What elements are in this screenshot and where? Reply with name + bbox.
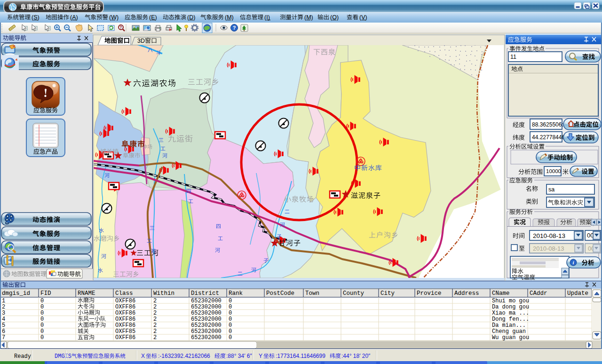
svg-text:2: 2 — [153, 322, 157, 329]
svg-text:652302000: 652302000 — [191, 328, 222, 335]
svg-text:652302000: 652302000 — [191, 316, 222, 323]
svg-text:Wu guan gou: Wu guan gou — [492, 334, 529, 341]
svg-text:OXFF85: OXFF85 — [115, 328, 135, 335]
svg-text:2: 2 — [153, 310, 157, 317]
svg-text:4: 4 — [2, 316, 5, 323]
svg-text:Dong fen...: Dong fen... — [492, 316, 529, 323]
svg-text:Within: Within — [153, 290, 174, 297]
svg-text:6: 6 — [2, 328, 5, 335]
svg-text:Town: Town — [305, 290, 319, 297]
svg-text:Da dong gou: Da dong gou — [492, 304, 529, 310]
svg-text:(O): (O) — [330, 14, 339, 21]
svg-text:2010-08-13: 2010-08-13 — [533, 245, 564, 252]
svg-text:X: X — [141, 353, 145, 359]
svg-text:Da mian...: Da mian... — [492, 322, 526, 329]
svg-text:CAddr: CAddr — [530, 290, 547, 297]
svg-text:652302000: 652302000 — [191, 310, 222, 317]
svg-text:?: ? — [119, 25, 122, 30]
svg-text:00: 00 — [587, 232, 594, 239]
svg-text:Cheng guan: Cheng guan — [492, 328, 526, 335]
svg-text:10000: 10000 — [546, 168, 561, 174]
svg-text:Rank: Rank — [229, 290, 243, 297]
svg-text:RNAME: RNAME — [78, 290, 95, 297]
svg-text:OXFF86: OXFF86 — [115, 322, 135, 329]
svg-text:OXFF86: OXFF86 — [115, 316, 135, 323]
svg-text:3D: 3D — [137, 38, 145, 44]
svg-text:dmgis_id: dmgis_id — [2, 290, 30, 297]
svg-text:0: 0 — [229, 328, 232, 335]
svg-text:Xiao ma ...: Xiao ma ... — [492, 310, 529, 317]
svg-text:652302000: 652302000 — [191, 298, 222, 304]
svg-text:11: 11 — [510, 54, 516, 60]
svg-text:2: 2 — [153, 328, 157, 335]
svg-text:County: County — [343, 290, 364, 297]
svg-text:sa: sa — [548, 186, 554, 193]
svg-text:2: 2 — [153, 334, 157, 341]
svg-text:0: 0 — [229, 334, 232, 341]
svg-text:PostCode: PostCode — [266, 290, 294, 297]
svg-text:DMGIS: DMGIS — [55, 353, 71, 360]
svg-text:(M): (M) — [225, 14, 234, 21]
svg-text:0: 0 — [40, 304, 44, 310]
svg-text:(W): (W) — [109, 14, 119, 21]
svg-text:5: 5 — [2, 322, 5, 329]
svg-text:(V): (V) — [359, 14, 367, 21]
svg-text:FID: FID — [40, 290, 51, 297]
svg-text::-1632392.42162066: :-1632392.42162066 — [158, 353, 210, 359]
svg-text:652302000: 652302000 — [191, 322, 222, 329]
svg-text:(M): (M) — [304, 14, 313, 21]
svg-text:District: District — [191, 290, 219, 297]
svg-text:2010-08-13: 2010-08-13 — [533, 232, 565, 239]
svg-text:652302000: 652302000 — [191, 334, 222, 341]
svg-text:0: 0 — [229, 316, 232, 323]
svg-text:2: 2 — [153, 316, 157, 323]
svg-text:City: City — [380, 290, 395, 297]
svg-text:0: 0 — [40, 334, 44, 341]
svg-text:Address: Address — [454, 290, 479, 297]
svg-text:2: 2 — [153, 298, 157, 304]
svg-text:7: 7 — [2, 334, 5, 341]
svg-text:OXFF86: OXFF86 — [115, 304, 135, 310]
svg-text:0: 0 — [229, 304, 232, 310]
svg-text:0: 0 — [229, 310, 232, 317]
svg-text:652302000: 652302000 — [191, 304, 222, 310]
svg-text:0: 0 — [40, 316, 44, 323]
svg-text:3: 3 — [2, 310, 5, 317]
svg-text:CName: CName — [492, 290, 510, 297]
svg-text:(E): (E) — [149, 14, 157, 21]
svg-text::1773164.11646699: :1773164.11646699 — [276, 353, 325, 359]
svg-text:Ready: Ready — [14, 353, 31, 360]
svg-text:0: 0 — [229, 298, 232, 304]
svg-text:0: 0 — [40, 310, 44, 317]
svg-text:Shui mo gou: Shui mo gou — [492, 298, 529, 304]
svg-text:?: ? — [233, 25, 236, 31]
svg-text::88° 34′ 6″: :88° 34′ 6″ — [226, 353, 252, 359]
svg-text:0: 0 — [40, 322, 44, 329]
svg-text:Update: Update — [567, 290, 588, 297]
svg-text:2: 2 — [2, 304, 5, 310]
svg-text:0: 0 — [40, 328, 44, 335]
svg-text:(D): (D) — [187, 14, 195, 21]
svg-text:Provice: Provice — [417, 290, 442, 297]
svg-text:0: 0 — [229, 322, 232, 329]
svg-text:1: 1 — [2, 298, 5, 304]
svg-text:(I): (I) — [264, 14, 270, 21]
svg-text:0: 0 — [40, 298, 44, 304]
svg-text:(S): (S) — [32, 14, 40, 21]
svg-text:Y: Y — [259, 353, 262, 359]
svg-text:2: 2 — [153, 304, 157, 310]
svg-text:OXFF86: OXFF86 — [115, 298, 135, 304]
svg-text:88.3625506:: 88.3625506: — [532, 121, 563, 128]
svg-text:Class: Class — [115, 290, 133, 297]
svg-text:OXFF86: OXFF86 — [115, 310, 135, 317]
svg-text::44° 18′ 20″: :44° 18′ 20″ — [341, 353, 371, 359]
svg-text:(A): (A) — [70, 14, 78, 21]
svg-text:44.22778446: 44.22778446 — [532, 134, 565, 141]
svg-text:OXFF86: OXFF86 — [115, 334, 135, 341]
